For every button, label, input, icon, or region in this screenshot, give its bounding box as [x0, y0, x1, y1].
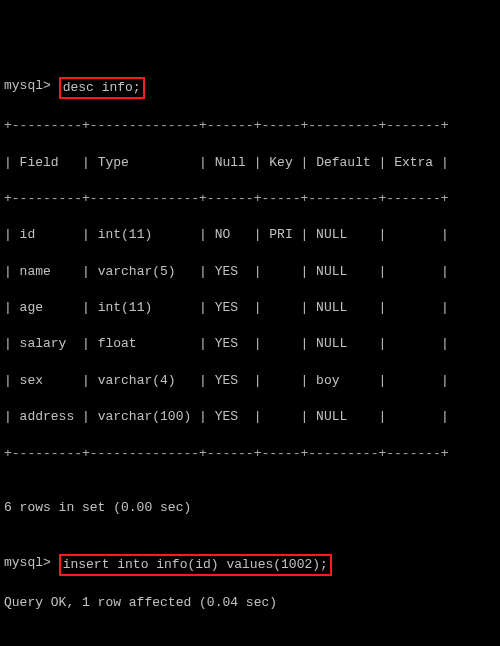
cell: NULL	[316, 409, 347, 424]
command-insert: insert into info(id) values(1002);	[59, 554, 332, 576]
desc-row: | name | varchar(5) | YES | | NULL | |	[4, 263, 496, 281]
cell: boy	[316, 373, 339, 388]
table-border: +---------+--------------+------+-----+-…	[4, 445, 496, 463]
cell: id	[20, 227, 36, 242]
col-field: Field	[20, 155, 59, 170]
desc-row: | address | varchar(100) | YES | | NULL …	[4, 408, 496, 426]
cell: int(11)	[98, 227, 153, 242]
cell: int(11)	[98, 300, 153, 315]
cell: varchar(100)	[98, 409, 192, 424]
command-desc: desc info;	[59, 77, 145, 99]
cell: salary	[20, 336, 67, 351]
cell: age	[20, 300, 43, 315]
mysql-prompt: mysql>	[4, 77, 51, 95]
cell: float	[98, 336, 137, 351]
cell: NULL	[316, 264, 347, 279]
cell: YES	[215, 409, 238, 424]
cell: YES	[215, 336, 238, 351]
desc-header-row: | Field | Type | Null | Key | Default | …	[4, 154, 496, 172]
col-type: Type	[98, 155, 129, 170]
response-rows: 6 rows in set (0.00 sec)	[4, 481, 496, 536]
cell: name	[20, 264, 51, 279]
cell: NULL	[316, 300, 347, 315]
col-key: Key	[269, 155, 292, 170]
cell: YES	[215, 373, 238, 388]
cell: PRI	[269, 227, 292, 242]
cell: varchar(4)	[98, 373, 176, 388]
table-border: +---------+--------------+------+-----+-…	[4, 117, 496, 135]
cell: YES	[215, 264, 238, 279]
cell: NO	[215, 227, 231, 242]
desc-row: | sex | varchar(4) | YES | | boy | |	[4, 372, 496, 390]
desc-row: | salary | float | YES | | NULL | |	[4, 335, 496, 353]
response-ok: Query OK, 1 row affected (0.04 sec)	[4, 594, 496, 612]
cell: varchar(5)	[98, 264, 176, 279]
cell: address	[20, 409, 75, 424]
mysql-prompt: mysql>	[4, 554, 51, 572]
desc-row: | id | int(11) | NO | PRI | NULL | |	[4, 226, 496, 244]
cell: YES	[215, 300, 238, 315]
desc-row: | age | int(11) | YES | | NULL | |	[4, 299, 496, 317]
col-extra: Extra	[394, 155, 433, 170]
cell: NULL	[316, 227, 347, 242]
cell: NULL	[316, 336, 347, 351]
cell: sex	[20, 373, 43, 388]
response-text: 6 rows in set (0.00 sec)	[4, 500, 191, 515]
col-default: Default	[316, 155, 371, 170]
table-border: +---------+--------------+------+-----+-…	[4, 190, 496, 208]
col-null: Null	[215, 155, 246, 170]
